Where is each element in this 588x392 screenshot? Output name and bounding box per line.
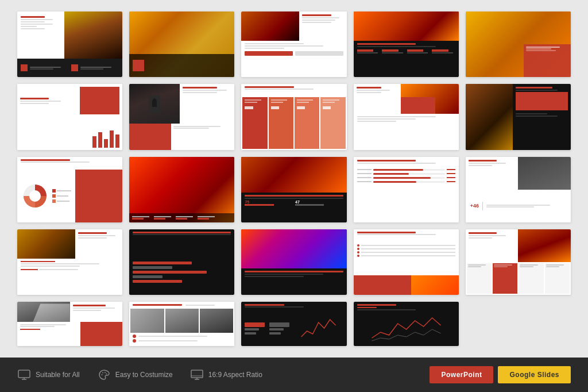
slide-7[interactable] bbox=[129, 84, 234, 149]
slide-5[interactable] bbox=[466, 11, 571, 77]
svg-rect-14 bbox=[191, 370, 203, 378]
footer-buttons: PowerPoint Google Slides bbox=[430, 366, 571, 383]
main-content: 75 47 bbox=[0, 0, 588, 358]
slide-18[interactable] bbox=[241, 229, 346, 295]
svg-rect-7 bbox=[18, 370, 30, 378]
customize-label: Easy to Costumize bbox=[115, 371, 173, 379]
slide-17[interactable] bbox=[129, 229, 234, 295]
aspect-label: 16:9 Aspect Ratio bbox=[208, 371, 262, 379]
suitable-label: Suitable for All bbox=[36, 371, 80, 379]
slide-12[interactable] bbox=[129, 157, 234, 222]
screen-icon bbox=[190, 368, 204, 382]
footer-feature-suitable: Suitable for All bbox=[17, 368, 80, 382]
svg-point-12 bbox=[105, 372, 106, 373]
footer-feature-aspect: 16:9 Aspect Ratio bbox=[190, 368, 262, 382]
slide-22[interactable] bbox=[129, 302, 234, 346]
slide-24[interactable] bbox=[354, 302, 459, 346]
slide-9[interactable] bbox=[354, 84, 459, 149]
slide-19[interactable] bbox=[354, 229, 459, 295]
monitor-icon bbox=[17, 368, 31, 382]
svg-point-6 bbox=[29, 190, 41, 202]
slide-20[interactable] bbox=[466, 229, 571, 295]
slide-8[interactable] bbox=[241, 84, 346, 149]
slide-23[interactable] bbox=[241, 302, 346, 346]
footer-features: Suitable for All Easy to Costumize bbox=[17, 368, 430, 382]
slide-10[interactable] bbox=[466, 84, 571, 149]
footer-feature-customize: Easy to Costumize bbox=[97, 368, 173, 382]
svg-rect-0 bbox=[92, 136, 96, 148]
svg-rect-2 bbox=[104, 139, 108, 148]
svg-rect-1 bbox=[98, 132, 102, 148]
svg-point-13 bbox=[106, 374, 107, 375]
slide-13[interactable]: 75 47 bbox=[241, 157, 346, 222]
slides-grid: 75 47 bbox=[17, 11, 571, 346]
svg-rect-4 bbox=[115, 134, 119, 148]
powerpoint-button[interactable]: PowerPoint bbox=[430, 366, 493, 383]
slide-2[interactable] bbox=[129, 11, 234, 77]
slide-3[interactable] bbox=[241, 11, 346, 77]
slide-6[interactable] bbox=[17, 84, 122, 149]
svg-point-11 bbox=[102, 372, 103, 374]
slide-16[interactable] bbox=[17, 229, 122, 295]
footer: Suitable for All Easy to Costumize bbox=[0, 358, 588, 392]
slide-21[interactable] bbox=[17, 302, 122, 346]
slide-15[interactable]: +46 bbox=[466, 157, 571, 222]
googleslides-button[interactable]: Google Slides bbox=[498, 366, 571, 383]
slide-14[interactable] bbox=[354, 157, 459, 222]
slide-4[interactable] bbox=[354, 11, 459, 77]
slide-11[interactable] bbox=[17, 157, 122, 222]
slide-1[interactable] bbox=[17, 11, 122, 77]
svg-point-10 bbox=[101, 374, 102, 375]
palette-icon bbox=[97, 368, 111, 382]
svg-rect-3 bbox=[110, 130, 114, 148]
